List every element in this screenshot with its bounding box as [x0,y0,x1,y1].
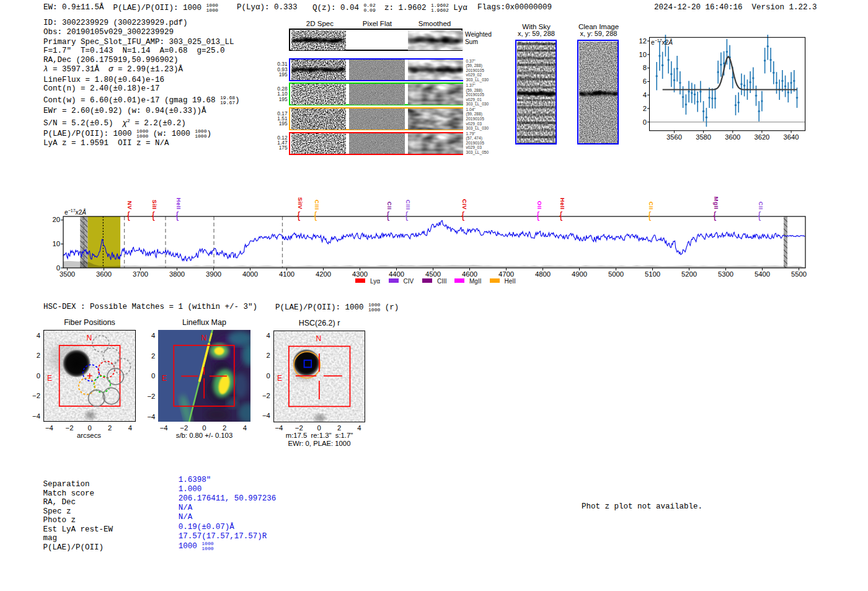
svg-text:E: E [162,374,167,383]
svg-text:E: E [47,374,52,383]
svg-text:N: N [316,334,321,343]
svg-text:N: N [202,334,207,342]
svg-text:N: N [87,334,92,342]
svg-text:E: E [277,374,282,383]
